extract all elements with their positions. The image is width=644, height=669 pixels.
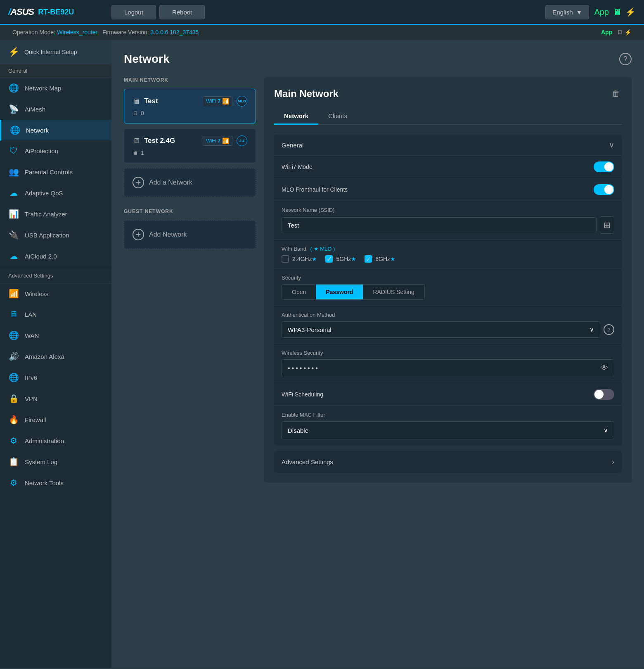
traffic-analyzer-icon: 📊 bbox=[8, 209, 19, 219]
eye-icon[interactable]: 👁 bbox=[601, 364, 608, 372]
usb-app-icon: 🔌 bbox=[8, 230, 19, 240]
sidebar-item-label: IPv6 bbox=[25, 374, 37, 381]
main-network-label: MAIN NETWORK bbox=[124, 77, 256, 83]
page-help-icon[interactable]: ? bbox=[619, 53, 632, 65]
tab-network[interactable]: Network bbox=[274, 108, 318, 125]
detail-title: Main Network bbox=[274, 88, 339, 100]
ssid-label: Network Name (SSID) bbox=[282, 207, 614, 213]
sidebar-item-ipv6[interactable]: 🌐 IPv6 bbox=[0, 367, 111, 388]
tab-clients[interactable]: Clients bbox=[318, 108, 357, 125]
quick-internet-setup[interactable]: ⚡ Quick Internet Setup bbox=[0, 40, 111, 64]
auth-method-select[interactable]: WPA3-Personal ∨ bbox=[282, 321, 600, 338]
logout-button[interactable]: Logout bbox=[111, 5, 156, 19]
general-label: General bbox=[282, 142, 303, 149]
sidebar-item-label: AiProtection bbox=[25, 147, 58, 154]
sidebar-item-wan[interactable]: 🌐 WAN bbox=[0, 325, 111, 346]
page-title: Network bbox=[124, 52, 169, 66]
wifi-scheduling-label: WiFi Scheduling bbox=[282, 391, 323, 398]
client-count: 0 bbox=[141, 110, 144, 116]
sidebar-item-network-map[interactable]: 🌐 Network Map bbox=[0, 78, 111, 99]
sidebar-item-label: VPN bbox=[25, 395, 38, 402]
sidebar-item-administration[interactable]: ⚙ Administration bbox=[0, 430, 111, 451]
wireless-security-dots: •••••••• bbox=[288, 365, 601, 372]
auth-help-icon[interactable]: ? bbox=[604, 324, 614, 335]
mlo-fronthaul-toggle[interactable] bbox=[594, 184, 614, 195]
language-selector[interactable]: English ▼ bbox=[545, 5, 589, 19]
wifi7-badge-2: WiFi 7 📶 bbox=[203, 136, 232, 146]
add-main-network-card[interactable]: + Add a Network bbox=[124, 168, 256, 197]
network-card-header: 🖥 Test WiFi 7 📶 MLO bbox=[133, 96, 247, 107]
networks-column: MAIN NETWORK 🖥 Test WiFi 7 📶 MLO bbox=[124, 77, 256, 483]
wifi-band-field: WiFi Band ( ★ MLO ) 2.4GHz★ ✓ 5GHz★ bbox=[274, 240, 622, 268]
sidebar-item-label: WAN bbox=[25, 332, 39, 339]
language-label: English bbox=[552, 9, 573, 16]
advanced-settings-row[interactable]: Advanced Settings › bbox=[274, 451, 622, 473]
op-mode-link[interactable]: Wireless_router bbox=[57, 29, 97, 36]
sidebar-item-label: USB Application bbox=[25, 232, 69, 239]
top-icons: App 🖥 ⚡ bbox=[594, 7, 636, 17]
qr-icon[interactable]: ⊞ bbox=[600, 216, 614, 234]
wifi7-mode-toggle[interactable] bbox=[594, 161, 614, 172]
band-5g-checkbox[interactable]: ✓ bbox=[325, 255, 333, 263]
sidebar-item-wireless[interactable]: 📶 Wireless bbox=[0, 283, 111, 304]
add-guest-network-card[interactable]: + Add Network bbox=[124, 220, 256, 249]
sidebar-item-aiprotection[interactable]: 🛡 AiProtection bbox=[0, 141, 111, 161]
sidebar-item-vpn[interactable]: 🔒 VPN bbox=[0, 388, 111, 409]
quick-setup-icon: ⚡ bbox=[8, 47, 19, 57]
sec-tab-password[interactable]: Password bbox=[316, 285, 363, 299]
lan-icon: 🖥 bbox=[8, 310, 19, 319]
network-name-2: Test 2.4G bbox=[144, 137, 175, 145]
sidebar-item-lan[interactable]: 🖥 LAN bbox=[0, 304, 111, 325]
band-5g-check[interactable]: ✓ 5GHz★ bbox=[325, 255, 356, 263]
network-name: Test bbox=[144, 97, 158, 105]
mac-filter-chevron: ∨ bbox=[604, 427, 608, 434]
network-card-test-2g[interactable]: 🖥 Test 2.4G WiFi 7 📶 2.4 🖥 bbox=[124, 128, 256, 163]
sidebar-item-label: Parental Controls bbox=[25, 168, 73, 176]
add-guest-label: Add Network bbox=[149, 231, 187, 238]
general-section-header[interactable]: General ∨ bbox=[274, 135, 622, 155]
guest-network-label: GUEST NETWORK bbox=[124, 209, 256, 214]
sidebar-item-parental-controls[interactable]: 👥 Parental Controls bbox=[0, 161, 111, 183]
sidebar-item-aimesh[interactable]: 📡 AiMesh bbox=[0, 99, 111, 120]
sidebar-item-adaptive-qos[interactable]: ☁ Adaptive QoS bbox=[0, 183, 111, 204]
sidebar-item-network[interactable]: 🌐 Network bbox=[0, 120, 111, 141]
network-map-icon: 🌐 bbox=[8, 83, 19, 93]
sec-tab-open[interactable]: Open bbox=[282, 285, 316, 299]
aicloud-icon: ☁ bbox=[8, 251, 19, 261]
sidebar-item-amazon-alexa[interactable]: 🔊 Amazon Alexa bbox=[0, 346, 111, 367]
security-label: Security bbox=[282, 275, 614, 281]
network-badges-2: WiFi 7 📶 2.4 bbox=[203, 135, 247, 146]
band-6g-checkbox[interactable]: ✓ bbox=[365, 255, 372, 263]
detail-header: Main Network 🗑 bbox=[274, 87, 622, 100]
band-2g-check[interactable]: 2.4GHz★ bbox=[282, 255, 317, 263]
app-link[interactable]: App bbox=[601, 29, 612, 36]
delete-button[interactable]: 🗑 bbox=[610, 87, 622, 100]
wan-icon: 🌐 bbox=[8, 330, 19, 340]
monitor-icon[interactable]: 🖥 bbox=[613, 7, 621, 17]
advanced-settings-label: Advanced Settings bbox=[282, 458, 333, 465]
wifi-scheduling-toggle[interactable] bbox=[594, 389, 614, 400]
auth-method-row: WPA3-Personal ∨ ? bbox=[282, 321, 614, 338]
fw-link[interactable]: 3.0.0.6.102_37435 bbox=[151, 29, 199, 36]
top-buttons: Logout Reboot bbox=[111, 5, 205, 19]
band-2g-checkbox[interactable] bbox=[282, 255, 289, 263]
network-card-test[interactable]: 🖥 Test WiFi 7 📶 MLO 🖥 bbox=[124, 89, 256, 123]
wireless-security-field: Wireless Security •••••••• 👁 bbox=[274, 344, 622, 383]
sidebar-item-usb-application[interactable]: 🔌 USB Application bbox=[0, 225, 111, 246]
mac-filter-select[interactable]: Disable ∨ bbox=[282, 421, 614, 439]
detail-tabs: Network Clients bbox=[274, 108, 622, 125]
band-6g-check[interactable]: ✓ 6GHz★ bbox=[365, 255, 395, 263]
sidebar-item-traffic-analyzer[interactable]: 📊 Traffic Analyzer bbox=[0, 204, 111, 225]
sidebar-item-aicloud[interactable]: ☁ AiCloud 2.0 bbox=[0, 246, 111, 267]
mac-filter-value: Disable bbox=[288, 427, 308, 434]
logo-area: /ASUS RT-BE92U bbox=[8, 7, 99, 17]
sidebar-item-network-tools[interactable]: ⚙ Network Tools bbox=[0, 472, 111, 493]
reboot-button[interactable]: Reboot bbox=[159, 5, 205, 19]
ssid-input[interactable] bbox=[282, 217, 597, 233]
sidebar-item-firewall[interactable]: 🔥 Firewall bbox=[0, 409, 111, 430]
sidebar-item-label: Network Tools bbox=[25, 479, 64, 486]
usb-icon[interactable]: ⚡ bbox=[625, 7, 636, 17]
sec-tab-radius[interactable]: RADIUS Setting bbox=[363, 285, 424, 299]
system-log-icon: 📋 bbox=[8, 457, 19, 467]
sidebar-item-system-log[interactable]: 📋 System Log bbox=[0, 451, 111, 472]
